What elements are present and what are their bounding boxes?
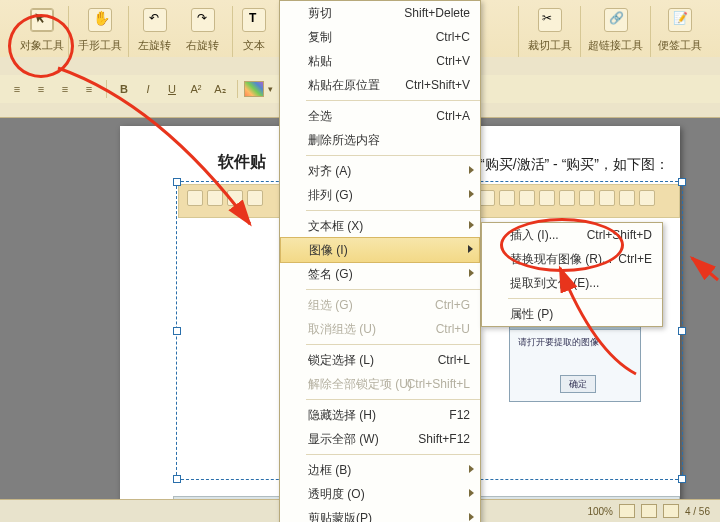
- doc-heading: 软件贴: [218, 152, 266, 173]
- tool-label: 右旋转: [186, 38, 219, 53]
- tool-note[interactable]: 📝 便签工具: [658, 8, 702, 53]
- tool-label: 文本: [242, 38, 266, 53]
- submenu-item[interactable]: 替换现有图像 (R)...Ctrl+E: [482, 247, 662, 271]
- submenu-item[interactable]: 插入 (I)...Ctrl+Shift+D: [482, 223, 662, 247]
- align-right-button[interactable]: ≡: [54, 79, 76, 99]
- tool-object[interactable]: 对象工具: [20, 8, 64, 53]
- context-menu[interactable]: 剪切Shift+Delete复制Ctrl+C粘贴Ctrl+V粘贴在原位置Ctrl…: [279, 0, 481, 522]
- menu-item[interactable]: 剪贴蒙版(P): [280, 506, 480, 522]
- tool-hand[interactable]: ✋ 手形工具: [78, 8, 122, 53]
- align-center-button[interactable]: ≡: [30, 79, 52, 99]
- tool-crop[interactable]: ✂ 裁切工具: [528, 8, 572, 53]
- menu-item: 取消组选 (U)Ctrl+U: [280, 317, 480, 341]
- submenu-item[interactable]: 属性 (P): [482, 302, 662, 326]
- menu-item[interactable]: 全选Ctrl+A: [280, 104, 480, 128]
- tool-label: 便签工具: [658, 38, 702, 53]
- menu-item[interactable]: 透明度 (O): [280, 482, 480, 506]
- tool-rotate-left[interactable]: ↶ 左旋转: [138, 8, 171, 53]
- menu-item[interactable]: 排列 (G): [280, 183, 480, 207]
- menu-item[interactable]: 边框 (B): [280, 458, 480, 482]
- menu-item[interactable]: 对齐 (A): [280, 159, 480, 183]
- crop-icon: ✂: [538, 8, 562, 32]
- subscript-button[interactable]: A₂: [209, 79, 231, 99]
- menu-item[interactable]: 粘贴在原位置Ctrl+Shift+V: [280, 73, 480, 97]
- menu-item[interactable]: 剪切Shift+Delete: [280, 1, 480, 25]
- menu-item[interactable]: 删除所选内容: [280, 128, 480, 152]
- menu-item[interactable]: 锁定选择 (L)Ctrl+L: [280, 348, 480, 372]
- note-icon: 📝: [668, 8, 692, 32]
- color-dropdown[interactable]: ▾: [266, 80, 274, 98]
- image-submenu[interactable]: 插入 (I)...Ctrl+Shift+D替换现有图像 (R)...Ctrl+E…: [481, 222, 663, 327]
- tool-hyperlink[interactable]: 🔗 超链接工具: [588, 8, 643, 53]
- tool-label: 对象工具: [20, 38, 64, 53]
- cursor-icon: [30, 8, 54, 32]
- menu-item[interactable]: 显示全部 (W)Shift+F12: [280, 427, 480, 451]
- status-icon[interactable]: [619, 504, 635, 518]
- menu-item[interactable]: 文本框 (X): [280, 214, 480, 238]
- underline-button[interactable]: U: [161, 79, 183, 99]
- menu-item[interactable]: 签名 (G): [280, 262, 480, 286]
- tool-label: 超链接工具: [588, 38, 643, 53]
- tool-text[interactable]: T 文本: [242, 8, 266, 53]
- status-icon[interactable]: [641, 504, 657, 518]
- link-icon: 🔗: [604, 8, 628, 32]
- align-justify-button[interactable]: ≡: [78, 79, 100, 99]
- menu-item: 组选 (G)Ctrl+G: [280, 293, 480, 317]
- hand-icon: ✋: [88, 8, 112, 32]
- tool-label: 手形工具: [78, 38, 122, 53]
- dialog-ok-button: 确定: [560, 375, 596, 393]
- page-indicator: 4 / 56: [685, 506, 710, 517]
- menu-item[interactable]: 隐藏选择 (H)F12: [280, 403, 480, 427]
- tool-rotate-right[interactable]: ↷ 右旋转: [186, 8, 219, 53]
- align-left-button[interactable]: ≡: [6, 79, 28, 99]
- status-icon[interactable]: [663, 504, 679, 518]
- tool-label: 左旋转: [138, 38, 171, 53]
- menu-item[interactable]: 粘贴Ctrl+V: [280, 49, 480, 73]
- italic-button[interactable]: I: [137, 79, 159, 99]
- text-icon: T: [242, 8, 266, 32]
- superscript-button[interactable]: A²: [185, 79, 207, 99]
- menu-item[interactable]: 复制Ctrl+C: [280, 25, 480, 49]
- menu-item[interactable]: 图像 (I): [280, 237, 480, 263]
- submenu-item[interactable]: 提取到文件 (E)...: [482, 271, 662, 295]
- tool-label: 裁切工具: [528, 38, 572, 53]
- rotate-right-icon: ↷: [191, 8, 215, 32]
- rotate-left-icon: ↶: [143, 8, 167, 32]
- dialog-text: 请打开要提取的图像: [510, 330, 640, 355]
- doc-body-text: “购买/激活” - “购买”，如下图：: [480, 156, 669, 174]
- bold-button[interactable]: B: [113, 79, 135, 99]
- zoom-value: 100%: [587, 506, 613, 517]
- color-picker[interactable]: [244, 81, 264, 97]
- menu-item: 解除全部锁定项 (U)Ctrl+Shift+L: [280, 372, 480, 396]
